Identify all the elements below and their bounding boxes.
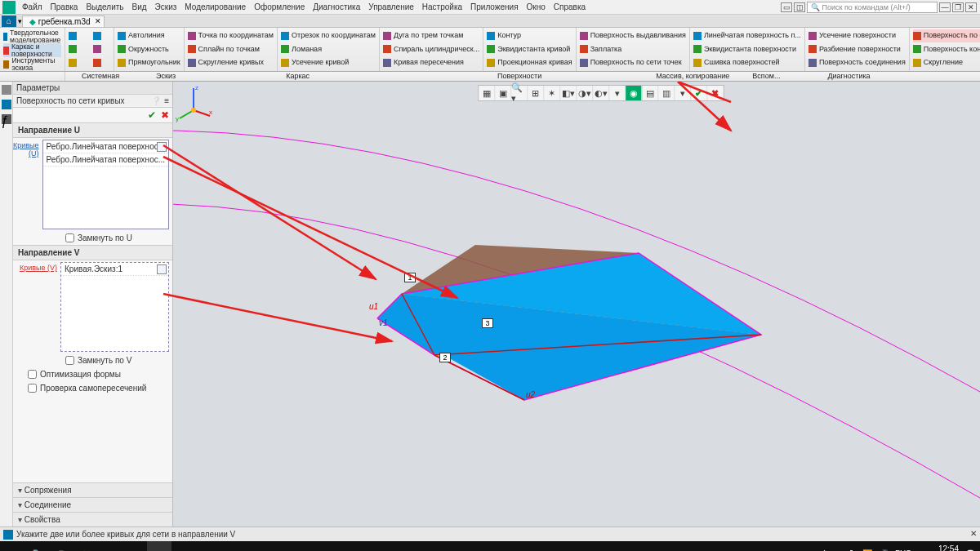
list-badge-icon[interactable] <box>157 142 167 152</box>
menu-draft[interactable]: Оформление <box>250 2 309 11</box>
layout-btn-1[interactable]: ▭ <box>781 2 792 12</box>
vtb-2[interactable]: ▣ <box>495 86 511 100</box>
self-int-checkbox[interactable] <box>28 384 37 393</box>
document-tab[interactable]: ◆ гребенка.m3d ✕ <box>22 16 105 27</box>
menu-view[interactable]: Вид <box>128 2 151 11</box>
params-icon[interactable] <box>2 100 11 109</box>
vtb-8[interactable]: ▾ <box>609 86 626 100</box>
menu-select[interactable]: Выделить <box>82 2 127 11</box>
vtb-1[interactable]: ▦ <box>479 86 495 100</box>
ribbon-sec-aux[interactable]: Вспом... <box>746 72 786 81</box>
vtb-zoom[interactable]: 🔍▾ <box>511 86 528 100</box>
callout-2[interactable]: 2 <box>439 353 451 362</box>
menu-sketch[interactable]: Эскиз <box>151 2 181 11</box>
cmd-sew-surf[interactable]: Сшивка поверхностей <box>693 56 801 69</box>
list-item[interactable]: Ребро.Линейчатая поверхнос... <box>43 153 169 167</box>
list-badge-icon[interactable] <box>157 264 167 274</box>
viewport-3d[interactable]: ▦ ▣ 🔍▾ ⊞ ✶ ◧▾ ◑▾ ◐▾ ▾ ◉ ▤ ▥ ▾ ✔ ✖ 1 2 3 … <box>173 82 980 527</box>
curves-v-link[interactable]: Кривые (V) <box>13 260 60 272</box>
acc-props[interactable]: Свойства <box>13 512 172 527</box>
vtb-6[interactable]: ◑▾ <box>577 86 593 100</box>
cmd-rect[interactable]: Прямоугольник <box>118 56 180 69</box>
close-u-checkbox[interactable] <box>65 233 74 242</box>
vtb-7[interactable]: ◐▾ <box>593 86 609 100</box>
menu-edit[interactable]: Правка <box>47 2 82 11</box>
close-v-checkbox[interactable] <box>65 356 74 365</box>
ribbon-sec-system[interactable]: Системная <box>65 72 136 81</box>
cmd-segment[interactable]: Отрезок по координатам <box>281 29 376 42</box>
command-search[interactable]: 🔍 Поиск по командам (Alt+/) <box>807 2 938 13</box>
acc-mates[interactable]: Сопряжения <box>13 482 172 497</box>
cmd-autoline[interactable]: Автолиния <box>118 29 180 42</box>
menu-apps[interactable]: Приложения <box>466 2 523 11</box>
tab-close-icon[interactable]: ✕ <box>95 17 101 25</box>
vars-icon[interactable]: ƒ <box>2 114 11 124</box>
acc-connection[interactable]: Соединение <box>13 497 172 512</box>
mode-sketch[interactable]: Инструменты эскиза <box>3 57 61 71</box>
axis-gizmo[interactable]: z x y <box>173 82 214 122</box>
opt-shape-checkbox[interactable] <box>28 370 37 379</box>
cmd-fillet[interactable]: Скругление <box>913 56 980 69</box>
list-item[interactable]: Кривая.Эскиз:1 <box>61 263 168 276</box>
tray-clock[interactable]: 12:54 16.06.2023 <box>918 544 959 551</box>
ribbon-sec-surf[interactable]: Поверхности <box>399 72 639 81</box>
vtb-11[interactable]: ▾ <box>675 86 691 100</box>
vtb-3[interactable]: ⊞ <box>528 86 544 100</box>
cmd-sys-3[interactable] <box>69 56 87 69</box>
cmd-net-surf[interactable]: Поверхность по сети кривых <box>913 29 980 42</box>
cmd-sys-2[interactable] <box>69 42 87 56</box>
cmd-fillet-crv[interactable]: Скругление кривых <box>188 56 274 69</box>
menu-window[interactable]: Окно <box>523 2 550 11</box>
cmd-intcurve[interactable]: Кривая пересечения <box>383 56 479 69</box>
vtb-10[interactable]: ▥ <box>658 86 675 100</box>
menu-diag[interactable]: Диагностика <box>309 2 364 11</box>
menu-icon[interactable]: ≡ <box>164 96 169 105</box>
vtb-render[interactable]: ◉ <box>626 86 642 100</box>
curves-v-list[interactable]: Кривая.Эскиз:1 <box>60 262 169 352</box>
cmd-circle[interactable]: Окружность <box>118 42 180 56</box>
cmd-patch[interactable]: Заплатка <box>580 42 686 56</box>
cmd-offset-surf[interactable]: Эквидистанта поверхности <box>693 42 801 56</box>
cmd-sys-1[interactable] <box>69 29 87 42</box>
vtb-cancel[interactable]: ✖ <box>707 86 724 100</box>
ribbon-sec-diag[interactable]: Диагностика <box>786 72 911 81</box>
maximize-btn[interactable]: ❐ <box>952 2 964 12</box>
cmd-point[interactable]: Точка по координатам <box>188 29 274 42</box>
cmd-sys-4[interactable] <box>93 29 111 42</box>
tb-app-kompas[interactable]: ◆ <box>147 541 172 551</box>
cmd-contour[interactable]: Контур <box>487 29 572 42</box>
vtb-apply[interactable]: ✔ <box>691 86 707 100</box>
callout-1[interactable]: 1 <box>404 273 416 282</box>
start-button[interactable]: ⊞ <box>0 541 24 551</box>
cmd-trim-surf[interactable]: Усечение поверхности <box>808 29 906 42</box>
vtb-9[interactable]: ▤ <box>642 86 658 100</box>
minimize-btn[interactable]: — <box>939 2 951 12</box>
list-item[interactable]: Ребро.Линейчатая поверхнос... <box>43 140 169 153</box>
cmd-pointnet-surf[interactable]: Поверхность по сети точек <box>580 56 686 69</box>
layout-btn-2[interactable]: ◫ <box>794 2 805 12</box>
menu-file[interactable]: Файл <box>18 2 47 11</box>
mode-surface[interactable]: Каркас и поверхности <box>3 43 61 57</box>
mode-solid[interactable]: Твердотельное моделирование <box>3 29 61 43</box>
help-icon[interactable]: ❔ <box>151 96 161 105</box>
vtb-5[interactable]: ◧▾ <box>560 86 577 100</box>
cmd-helix[interactable]: Спираль цилиндрическ... <box>383 42 479 56</box>
taskview-button[interactable]: ⧉ <box>49 541 74 551</box>
status-close-icon[interactable]: ✕ <box>970 529 977 538</box>
menu-model[interactable]: Моделирование <box>180 2 250 11</box>
ribbon-sec-array[interactable]: Массив, копирование <box>639 72 746 81</box>
curves-u-list[interactable]: Ребро.Линейчатая поверхнос... Ребро.Лине… <box>42 140 170 229</box>
tb-app-1[interactable]: 📁 <box>74 541 98 551</box>
menu-help[interactable]: Справка <box>550 2 590 11</box>
tree-icon[interactable] <box>2 85 11 95</box>
menu-ctrl[interactable]: Управление <box>364 2 418 11</box>
cmd-spline[interactable]: Сплайн по точкам <box>188 42 274 56</box>
cmd-ruled-surf[interactable]: Линейчатая поверхность п... <box>693 29 801 42</box>
cmd-sys-5[interactable] <box>93 42 111 56</box>
curves-u-link[interactable]: Кривые (U) <box>13 138 42 158</box>
search-button[interactable]: 🔍 <box>24 541 49 551</box>
cmd-conic-surf[interactable]: Поверхность конического с... <box>913 42 980 56</box>
menu-setup[interactable]: Настройка <box>418 2 466 11</box>
cancel-icon[interactable]: ✖ <box>161 109 169 121</box>
cmd-split-surf[interactable]: Разбиение поверхности <box>808 42 906 56</box>
